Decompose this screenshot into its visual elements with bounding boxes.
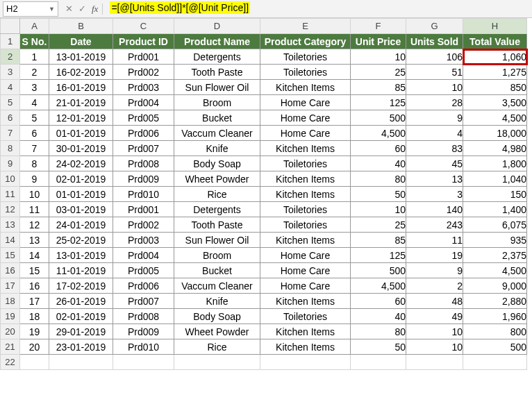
cell-pid[interactable]: Prd008 [113,156,174,171]
cell-total[interactable]: 9,000 [463,278,527,294]
empty-cell[interactable] [351,355,406,370]
cancel-icon[interactable]: ✕ [65,3,73,14]
cell-pcat[interactable]: Home Care [260,263,351,278]
cell-pcat[interactable]: Home Care [260,95,351,110]
cell-sold[interactable]: 10 [406,324,463,339]
row-header-3[interactable]: 3 [1,65,20,80]
cell-date[interactable]: 13-01-2019 [49,49,113,65]
row-header-10[interactable]: 10 [1,171,20,187]
hdr-total[interactable]: Total Value [463,34,527,49]
empty-cell[interactable] [406,355,463,370]
cell-sno[interactable]: 3 [20,80,49,95]
cell-sno[interactable]: 12 [20,217,49,233]
empty-cell[interactable] [174,355,260,370]
row-header-18[interactable]: 18 [1,294,20,309]
cell-sno[interactable]: 13 [20,233,49,248]
cell-sold[interactable]: 10 [406,80,463,95]
cell-sno[interactable]: 10 [20,187,49,202]
select-all-corner[interactable] [1,19,20,34]
cell-price[interactable]: 125 [351,248,406,263]
cell-pname[interactable]: Detergents [174,202,260,217]
cell-sold[interactable]: 140 [406,202,463,217]
cell-pcat[interactable]: Toiletories [260,65,351,80]
cell-date[interactable]: 03-01-2019 [49,202,113,217]
cell-pname[interactable]: Wheet Powder [174,171,260,187]
cell-date[interactable]: 21-01-2019 [49,95,113,110]
hdr-date[interactable]: Date [49,34,113,49]
cell-price[interactable]: 40 [351,309,406,324]
cell-sno[interactable]: 7 [20,141,49,156]
cell-sold[interactable]: 51 [406,65,463,80]
cell-pname[interactable]: Broom [174,248,260,263]
cell-total[interactable]: 500 [463,339,527,355]
cell-sold[interactable]: 3 [406,187,463,202]
cell-sno[interactable]: 18 [20,309,49,324]
cell-total[interactable]: 2,880 [463,294,527,309]
cell-price[interactable]: 80 [351,324,406,339]
cell-pid[interactable]: Prd010 [113,339,174,355]
cell-total[interactable]: 1,275 [463,65,527,80]
cell-total[interactable]: 2,375 [463,248,527,263]
name-box[interactable]: H2 ▼ [3,1,58,17]
cell-total[interactable]: 850 [463,80,527,95]
cell-sno[interactable]: 17 [20,294,49,309]
cell-sold[interactable]: 4 [406,126,463,141]
cell-pcat[interactable]: Toiletories [260,156,351,171]
cell-sno[interactable]: 14 [20,248,49,263]
cell-date[interactable]: 16-01-2019 [49,80,113,95]
cell-price[interactable]: 10 [351,49,406,65]
cell-price[interactable]: 40 [351,156,406,171]
cell-sno[interactable]: 11 [20,202,49,217]
cell-total[interactable]: 18,000 [463,126,527,141]
cell-pcat[interactable]: Kitchen Items [260,187,351,202]
cell-pid[interactable]: Prd009 [113,324,174,339]
cell-pcat[interactable]: Home Care [260,126,351,141]
row-header-8[interactable]: 8 [1,141,20,156]
fx-icon[interactable]: fx [92,3,103,15]
name-box-dropdown-icon[interactable]: ▼ [49,6,55,12]
cell-pcat[interactable]: Toiletories [260,309,351,324]
cell-pcat[interactable]: Toiletories [260,202,351,217]
cell-sno[interactable]: 4 [20,95,49,110]
cell-sold[interactable]: 28 [406,95,463,110]
cell-date[interactable]: 02-01-2019 [49,171,113,187]
cell-sold[interactable]: 48 [406,294,463,309]
row-header-17[interactable]: 17 [1,278,20,294]
cell-total[interactable]: 1,040 [463,171,527,187]
cell-pname[interactable]: Tooth Paste [174,65,260,80]
cell-date[interactable]: 16-02-2019 [49,65,113,80]
cell-price[interactable]: 50 [351,339,406,355]
cell-total[interactable]: 4,980 [463,141,527,156]
cell-date[interactable]: 11-01-2019 [49,263,113,278]
cell-date[interactable]: 23-01-2019 [49,339,113,355]
cell-pcat[interactable]: Kitchen Items [260,233,351,248]
spreadsheet-grid[interactable]: A B C D E F G H 1 S No. Date Product ID … [0,18,527,370]
cell-pid[interactable]: Prd007 [113,141,174,156]
col-header-A[interactable]: A [20,19,49,34]
cell-pcat[interactable]: Home Care [260,110,351,126]
cell-pid[interactable]: Prd009 [113,171,174,187]
cell-pcat[interactable]: Kitchen Items [260,80,351,95]
col-header-D[interactable]: D [174,19,260,34]
cell-sold[interactable]: 2 [406,278,463,294]
empty-cell[interactable] [463,355,527,370]
cell-total[interactable]: 800 [463,324,527,339]
cell-pid[interactable]: Prd008 [113,309,174,324]
row-header-5[interactable]: 5 [1,95,20,110]
cell-pid[interactable]: Prd007 [113,294,174,309]
row-header-15[interactable]: 15 [1,248,20,263]
cell-pname[interactable]: Tooth Paste [174,217,260,233]
cell-pname[interactable]: Wheet Powder [174,324,260,339]
row-header-2[interactable]: 2 [1,49,20,65]
cell-pname[interactable]: Detergents [174,49,260,65]
cell-pname[interactable]: Body Soap [174,156,260,171]
cell-pid[interactable]: Prd004 [113,248,174,263]
row-header-11[interactable]: 11 [1,187,20,202]
row-header-20[interactable]: 20 [1,324,20,339]
hdr-pcat[interactable]: Product Category [260,34,351,49]
cell-pname[interactable]: Body Soap [174,309,260,324]
cell-pname[interactable]: Rice [174,187,260,202]
cell-pid[interactable]: Prd003 [113,80,174,95]
cell-sno[interactable]: 8 [20,156,49,171]
cell-sold[interactable]: 243 [406,217,463,233]
